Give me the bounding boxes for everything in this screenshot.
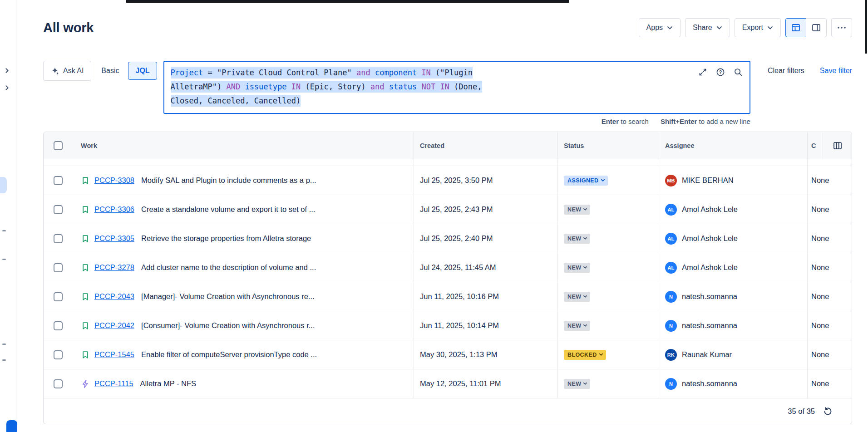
sidebar-bottom-accent <box>6 420 17 432</box>
work-items-table: Work Created Status Assignee C <box>43 132 852 424</box>
issue-summary[interactable]: [Manager]- Volume Creation with Asynchro… <box>141 292 315 301</box>
select-all-checkbox[interactable] <box>54 141 63 150</box>
chevron-down-icon <box>583 382 587 385</box>
jql-input[interactable]: Project = "Private Cloud Control Plane" … <box>163 61 750 114</box>
row-checkbox[interactable] <box>54 321 63 330</box>
story-icon <box>81 321 90 330</box>
table-row[interactable]: PCCP-1115 Alletra MP - NFS May 12, 2025,… <box>44 369 852 398</box>
status-dropdown[interactable]: NEW <box>564 321 590 331</box>
column-settings-button[interactable] <box>832 140 843 152</box>
created-value: Jul 24, 2025, 11:45 AM <box>420 263 496 272</box>
column-header-assignee[interactable]: Assignee <box>659 132 808 159</box>
search-hints: Enter to search Shift+Enter to add a new… <box>602 118 750 125</box>
refresh-icon <box>823 407 833 416</box>
export-label: Export <box>742 24 763 32</box>
table-body: PCCP-3308 Modify SAL and Plugin to inclu… <box>44 166 852 398</box>
expand-editor-button[interactable] <box>697 67 708 78</box>
column-header-created[interactable]: Created <box>414 132 558 159</box>
row-checkbox[interactable] <box>54 350 63 359</box>
row-checkbox[interactable] <box>54 263 63 272</box>
save-filter-button[interactable]: Save filter <box>820 67 852 75</box>
table-row[interactable]: PCCP-3308 Modify SAL and Plugin to inclu… <box>44 166 852 195</box>
extra-cell: None <box>808 369 852 398</box>
created-cell: Jun 11, 2025, 10:16 PM <box>414 282 558 311</box>
table-row[interactable]: PCCP-2043 [Manager]- Volume Creation wit… <box>44 282 852 311</box>
issue-key-link[interactable]: PCCP-2042 <box>94 321 134 330</box>
extra-cell: None <box>808 282 852 311</box>
avatar: RK <box>665 349 677 361</box>
row-checkbox[interactable] <box>54 379 63 388</box>
shift-enter-hint-text: to add a new line <box>699 118 750 125</box>
status-dropdown[interactable]: NEW <box>564 234 590 244</box>
basic-mode-button[interactable]: Basic <box>94 61 126 81</box>
table-row[interactable]: PCCP-1545 Enable filter of computeServer… <box>44 340 852 369</box>
row-checkbox[interactable] <box>54 205 63 214</box>
table-view-button[interactable] <box>785 18 806 37</box>
sidebar-active-item[interactable] <box>0 177 7 193</box>
expand-icon <box>698 68 707 77</box>
issue-summary[interactable]: [Consumer]- Volume Creation with Asynchr… <box>141 321 315 330</box>
assignee-cell: AL Amol Ashok Lele <box>659 224 808 253</box>
issue-summary[interactable]: Alletra MP - NFS <box>140 379 196 388</box>
status-dropdown[interactable]: BLOCKED <box>564 350 606 360</box>
issue-key-link[interactable]: PCCP-1115 <box>94 379 133 388</box>
status-dropdown[interactable]: NEW <box>564 263 590 273</box>
created-cell: Jul 24, 2025, 11:45 AM <box>414 253 558 282</box>
issue-key-link[interactable]: PCCP-3308 <box>94 176 134 185</box>
table-row[interactable]: PCCP-2042 [Consumer]- Volume Creation wi… <box>44 311 852 340</box>
issue-key-link[interactable]: PCCP-3278 <box>94 263 134 272</box>
column-settings-cell <box>823 132 852 159</box>
issue-key-link[interactable]: PCCP-3305 <box>94 234 134 243</box>
table-row[interactable]: PCCP-3278 Add cluster name to the descri… <box>44 253 852 282</box>
status-dropdown[interactable]: ASSIGNED <box>564 176 608 186</box>
share-button[interactable]: Share <box>685 18 730 37</box>
assignee-name: natesh.somanna <box>682 379 737 388</box>
row-checkbox[interactable] <box>54 292 63 301</box>
jql-help-button[interactable]: ? <box>715 67 726 78</box>
issue-summary[interactable]: Enable filter of computeServer provision… <box>141 350 317 359</box>
column-header-status[interactable]: Status <box>558 132 659 159</box>
window-right-edge <box>865 0 867 54</box>
issue-summary[interactable]: Retrieve the storage properties from All… <box>141 234 311 243</box>
column-header-work[interactable]: Work <box>73 132 414 159</box>
issue-summary[interactable]: Modify SAL and Plugin to include comment… <box>141 176 316 185</box>
table-row[interactable]: PCCP-3306 Create a standalone volume and… <box>44 195 852 224</box>
sidebar-expand-icon[interactable] <box>4 84 10 93</box>
story-icon <box>81 176 90 185</box>
more-actions-button[interactable] <box>831 18 852 37</box>
refresh-button[interactable] <box>822 406 833 417</box>
detail-view-button[interactable] <box>806 18 827 37</box>
status-cell: NEW <box>558 311 659 340</box>
chevron-down-icon <box>583 208 587 211</box>
row-checkbox[interactable] <box>54 234 63 243</box>
search-button[interactable] <box>733 67 744 78</box>
status-cell: BLOCKED <box>558 340 659 369</box>
column-header-truncated[interactable]: C <box>808 132 823 159</box>
ask-ai-button[interactable]: Ask AI <box>43 61 91 81</box>
sidebar-item-marker <box>2 230 6 231</box>
issue-key-link[interactable]: PCCP-1545 <box>94 350 134 359</box>
enter-hint-text: to search <box>621 118 649 125</box>
status-cell: NEW <box>558 369 659 398</box>
page-title: All work <box>43 17 94 38</box>
export-button[interactable]: Export <box>735 18 781 37</box>
apps-button[interactable]: Apps <box>639 18 681 37</box>
status-dropdown[interactable]: NEW <box>564 292 590 302</box>
row-checkbox[interactable] <box>54 176 63 185</box>
table-header-row: Work Created Status Assignee C <box>44 132 852 159</box>
status-dropdown[interactable]: NEW <box>564 379 590 389</box>
created-value: Jun 11, 2025, 10:14 PM <box>420 321 499 330</box>
issue-key-link[interactable]: PCCP-2043 <box>94 292 134 301</box>
created-value: Jul 25, 2025, 2:43 PM <box>420 205 493 214</box>
created-cell: Jul 25, 2025, 2:40 PM <box>414 224 558 253</box>
table-row[interactable]: PCCP-3305 Retrieve the storage propertie… <box>44 224 852 253</box>
status-dropdown[interactable]: NEW <box>564 205 590 215</box>
issue-key-link[interactable]: PCCP-3306 <box>94 205 134 214</box>
issue-summary[interactable]: Create a standalone volume and export it… <box>141 205 315 214</box>
sidebar-expand-icon[interactable] <box>4 67 10 75</box>
jql-mode-button[interactable]: JQL <box>128 62 157 80</box>
row-select-cell <box>44 340 73 369</box>
row-select-cell <box>44 253 73 282</box>
issue-summary[interactable]: Add cluster name to the description of v… <box>141 263 316 272</box>
clear-filters-button[interactable]: Clear filters <box>768 67 804 75</box>
